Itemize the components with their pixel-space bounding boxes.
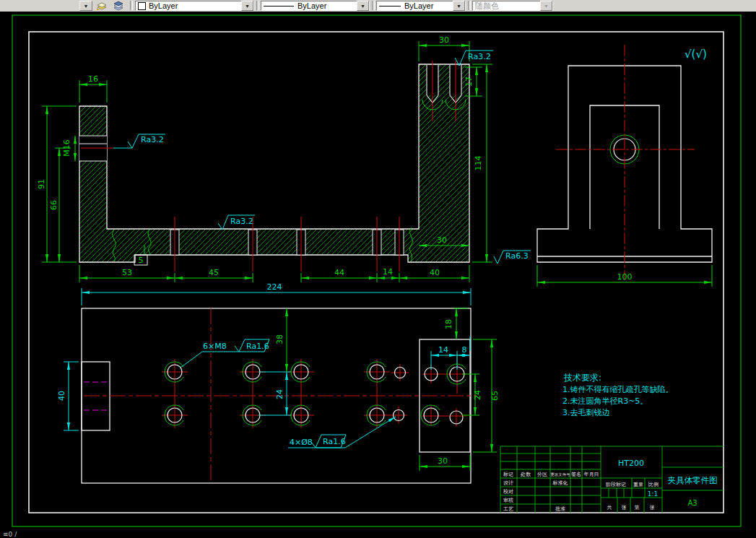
- tech-req-title: 技术要求:: [563, 373, 601, 383]
- th-mark: 标记: [503, 472, 513, 477]
- dim-45: 45: [209, 268, 219, 277]
- dim-18: 18: [444, 319, 453, 329]
- label-stage: 阶段标记: [606, 482, 626, 487]
- ra-label-base: Ra3.2: [230, 217, 253, 226]
- ra-label-drilled: Ra1.6: [323, 437, 346, 446]
- dim-91: 91: [37, 179, 46, 189]
- dim-m16: M16: [62, 139, 71, 157]
- dim-65: 65: [490, 391, 500, 401]
- tech-req-item-3: 3.去毛刺锐边: [562, 408, 610, 417]
- th-docno: 更改文件号: [550, 472, 570, 477]
- dim-38: 38: [275, 334, 284, 344]
- label-approval: 批准: [555, 506, 565, 512]
- dim-30-bottom: 30: [437, 235, 447, 245]
- ra-label-tapped: Ra1.6: [246, 342, 269, 351]
- ra-label-left: Ra3.2: [141, 135, 164, 144]
- sheet-total-label: 共: [607, 505, 612, 511]
- surface-finish-note: √(√): [685, 48, 707, 61]
- dim-24-mid: 24: [275, 389, 284, 399]
- ra-label-bottom: Ra6.3: [505, 251, 529, 261]
- th-count: 处数: [521, 472, 531, 477]
- drawing-canvas[interactable]: 16 91 66 M16 5 53 45 44 14 40 30 17 114 …: [0, 0, 756, 538]
- dim-44: 44: [334, 268, 344, 277]
- sheet-no-label: 第: [635, 505, 640, 511]
- cad-application-window: { "toolbar": { "layer_dropdown": "▼", "c…: [0, 0, 756, 538]
- dim-53: 53: [122, 268, 132, 277]
- dim-30-plan: 30: [438, 456, 448, 466]
- dim-14: 14: [383, 267, 393, 277]
- dim-40: 40: [430, 268, 440, 277]
- dim-30-top: 30: [439, 35, 449, 45]
- dim-17: 17: [464, 77, 474, 87]
- paper-size: A3: [687, 499, 697, 507]
- role-process: 工艺: [503, 506, 513, 512]
- th-date: 年月日: [584, 472, 599, 477]
- th-sign: 签名: [571, 472, 581, 477]
- label-6xm8: 6×M8: [203, 342, 227, 351]
- tech-req-item-1: 1.铸件不得有缩孔疏孔等缺陷。: [562, 385, 674, 394]
- dim-16: 16: [88, 74, 98, 84]
- scale-value: 1:1: [648, 490, 658, 498]
- dim-5: 5: [139, 256, 144, 265]
- dim-24-right: 24: [473, 390, 482, 400]
- label-weight: 重量: [633, 482, 643, 487]
- dim-100: 100: [617, 272, 633, 282]
- drawing-title: 夹具体零件图: [668, 475, 718, 485]
- label-scale: 比例: [648, 482, 659, 487]
- label-standardization: 标准化: [552, 480, 568, 486]
- sheet-label-4: 张: [650, 505, 655, 511]
- dim-114: 114: [474, 156, 483, 171]
- th-zone: 分区: [536, 472, 547, 477]
- role-design: 设计: [503, 480, 513, 486]
- dim-14-block: 14: [438, 345, 448, 355]
- role-check: 校对: [503, 489, 513, 495]
- dim-66: 66: [49, 200, 58, 210]
- dim-40-plan: 40: [57, 391, 66, 401]
- material-value: HT200: [618, 459, 644, 468]
- tech-req-item-2: 2.未注圆角半径R3~5。: [562, 396, 648, 406]
- dim-224: 224: [267, 282, 282, 292]
- sheet-label-2: 张: [622, 505, 627, 511]
- role-audit: 审核: [503, 498, 513, 503]
- status-bar-fragment: ≡0 /: [3, 531, 17, 538]
- ra-label-top: Ra3.2: [468, 52, 491, 61]
- label-4xd8: 4×Ø8: [290, 438, 313, 447]
- dim-8-block: 8: [462, 345, 467, 355]
